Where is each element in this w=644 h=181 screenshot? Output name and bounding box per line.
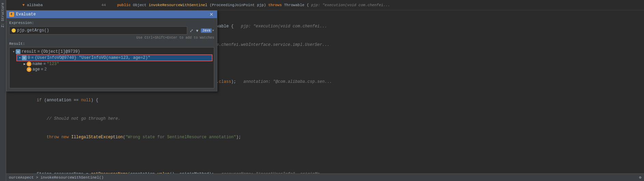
close-button[interactable]: ✕ xyxy=(209,12,214,17)
child0-toggle[interactable]: ▾ xyxy=(18,56,22,60)
result-field-name-row[interactable]: ▶ f name = "123" xyxy=(22,61,213,67)
name-toggle[interactable]: ▶ xyxy=(23,62,27,66)
child0-obj-icon: ≡ xyxy=(22,55,27,60)
result-label: Result: xyxy=(9,42,214,46)
evaluate-body: Expression: pjp.getArgs() ⤢ ▾ Java ▾ Use… xyxy=(6,18,217,91)
expression-input[interactable]: pjp.getArgs() xyxy=(9,26,187,35)
expand-btn[interactable]: ⤢ xyxy=(189,28,194,34)
code-line-throw: throw new IllegalStateException("Wrong s… xyxy=(17,134,644,140)
code-line-if: if (annotation == null) { xyxy=(17,97,644,103)
expression-value: pjp.getArgs() xyxy=(17,28,49,33)
expression-controls: ⤢ ▾ xyxy=(189,28,200,34)
java-dropdown[interactable]: Java ▾ xyxy=(201,28,214,33)
root-toggle[interactable]: ▾ xyxy=(12,50,16,54)
result-field-age-row[interactable]: f age = 2 xyxy=(22,67,213,72)
code-line-resourcename: String resourceName = getResourceName(an… xyxy=(17,171,644,173)
expression-label: Expression: xyxy=(9,21,214,25)
evaluate-header: E Evaluate ✕ xyxy=(6,11,217,18)
root-obj-icon: ∞ xyxy=(16,49,20,54)
evaluate-title: Evaluate xyxy=(16,12,36,17)
age-toggle xyxy=(23,67,27,72)
structure-sidebar: Z: Structure xyxy=(0,0,6,181)
main-area: ▼ alibaba 44 public Object invokeResourc… xyxy=(6,0,644,181)
breadcrumb: ourceAspect > invokeResourceWithSentinel… xyxy=(9,176,104,180)
age-field-icon: f xyxy=(27,67,31,72)
sidebar-label: Z: Structure xyxy=(1,3,5,27)
dropdown-btn[interactable]: ▾ xyxy=(195,28,200,34)
evaluate-icon: E xyxy=(9,12,14,17)
hint-text: Use Ctrl+Shift+Enter to add to Watches xyxy=(9,36,214,40)
status-bar: ourceAspect > invokeResourceWithSentinel… xyxy=(6,173,644,181)
top-code-strip: ▼ alibaba 44 public Object invokeResourc… xyxy=(6,0,644,10)
gear-icon[interactable]: ⚙ xyxy=(639,175,641,180)
bulb-icon xyxy=(12,28,16,33)
name-field-icon: f xyxy=(27,62,31,66)
evaluate-header-left: E Evaluate xyxy=(9,12,36,17)
top-file-info: ▼ alibaba 44 public Object invokeResourc… xyxy=(9,3,390,7)
code-line-comment1: // Should not go through here. xyxy=(17,116,644,122)
result-child0-row[interactable]: ▾ ≡ 0 = {UserInfoVO@9740} "UserInfoVO(na… xyxy=(16,54,213,61)
result-area: ▾ ∞ result = {Object[1]@9739} ▾ ≡ 0 = {U… xyxy=(9,47,214,88)
code-line-blank2 xyxy=(17,153,644,159)
status-left: ourceAspect > invokeResourceWithSentinel… xyxy=(9,176,104,180)
evaluate-panel: E Evaluate ✕ Expression: pjp.getArgs() ⤢… xyxy=(6,10,217,91)
java-badge: Java xyxy=(201,28,212,33)
result-root-row[interactable]: ▾ ∞ result = {Object[1]@9739} xyxy=(11,49,213,54)
status-right: ⚙ xyxy=(639,175,641,180)
